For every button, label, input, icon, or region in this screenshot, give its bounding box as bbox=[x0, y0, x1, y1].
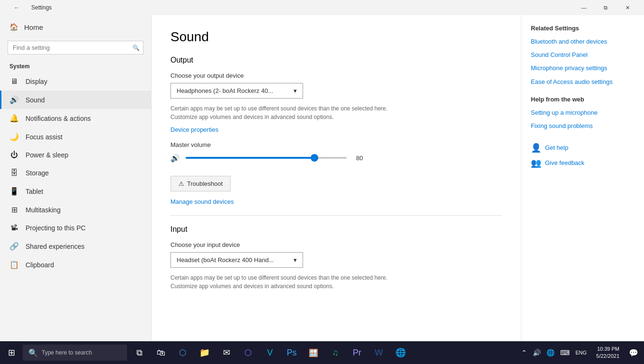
taskbar-app-ps[interactable]: Ps bbox=[281, 341, 302, 364]
sidebar-item-focus[interactable]: 🌙 Focus assist bbox=[0, 127, 151, 146]
taskbar-app-ext2[interactable]: V bbox=[259, 341, 280, 364]
input-device-dropdown[interactable]: Headset (boAt Rockerz 400 Hand... ▾ bbox=[170, 252, 303, 268]
taskbar-app-taskview[interactable]: ⧉ bbox=[129, 341, 150, 364]
clock-date: 5/22/2021 bbox=[596, 353, 619, 360]
manage-sound-link[interactable]: Manage sound devices bbox=[170, 198, 234, 205]
main-content: Sound Output Choose your output device H… bbox=[152, 15, 521, 341]
sidebar-section-label: System bbox=[0, 60, 151, 73]
taskbar-app-spotify[interactable]: ♫ bbox=[325, 341, 346, 364]
sidebar-item-tablet[interactable]: 📱 Tablet bbox=[0, 182, 151, 200]
related-link-bluetooth[interactable]: Bluetooth and other devices bbox=[531, 37, 635, 46]
chrome-icon: 🌐 bbox=[395, 347, 406, 358]
tray-lang-label[interactable]: ENG bbox=[573, 348, 589, 357]
input-device-value: Headset (boAt Rockerz 400 Hand... bbox=[177, 256, 274, 264]
windows-icon: ⊞ bbox=[8, 347, 15, 358]
sidebar-item-label-multitasking: Multitasking bbox=[26, 206, 61, 214]
sidebar-item-notifications[interactable]: 🔔 Notifications & actions bbox=[0, 109, 151, 127]
sidebar-item-sound[interactable]: 🔊 Sound bbox=[0, 91, 151, 109]
taskbar-app-edge[interactable]: ⬡ bbox=[172, 341, 193, 364]
taskbar-search[interactable]: 🔍 Type here to search bbox=[23, 345, 127, 361]
volume-slider[interactable] bbox=[186, 153, 347, 163]
sidebar-item-projecting[interactable]: 📽 Projecting to this PC bbox=[0, 219, 151, 237]
volume-icon: 🔊 bbox=[170, 154, 180, 163]
tray-arrow-icon[interactable]: ⌃ bbox=[519, 347, 529, 358]
related-link-ease-access[interactable]: Ease of Access audio settings bbox=[531, 78, 635, 86]
word-icon: W bbox=[375, 348, 383, 358]
volume-thumb[interactable] bbox=[311, 154, 318, 162]
help-link-microphone-setup[interactable]: Setting up a microphone bbox=[531, 109, 635, 117]
taskbar-app-word[interactable]: W bbox=[368, 341, 389, 364]
home-label: Home bbox=[24, 23, 43, 31]
help-link-sound-problems[interactable]: Fixing sound problems bbox=[531, 122, 635, 130]
sidebar-item-label-tablet: Tablet bbox=[26, 188, 43, 195]
notification-icon: 💬 bbox=[629, 348, 638, 357]
clipboard-icon: 📋 bbox=[9, 260, 19, 269]
back-button[interactable]: ← bbox=[6, 0, 27, 15]
troubleshoot-button[interactable]: ⚠ Troubleshoot bbox=[170, 176, 231, 191]
tray-network-icon[interactable]: 🌐 bbox=[545, 347, 556, 358]
maximize-button[interactable]: ⧉ bbox=[595, 0, 617, 15]
home-icon: 🏠 bbox=[9, 23, 18, 31]
volume-track bbox=[186, 157, 347, 159]
sidebar-item-label-display: Display bbox=[26, 78, 47, 85]
taskbar-app-store[interactable]: 🛍 bbox=[151, 341, 171, 364]
focus-icon: 🌙 bbox=[9, 132, 19, 141]
output-section-title: Output bbox=[170, 56, 502, 64]
storage-icon: 🗄 bbox=[9, 169, 19, 177]
projecting-icon: 📽 bbox=[9, 224, 19, 232]
titlebar: ← Settings — ⧉ ✕ bbox=[0, 0, 644, 15]
volume-value: 80 bbox=[356, 155, 363, 162]
sidebar-item-clipboard[interactable]: 📋 Clipboard bbox=[0, 255, 151, 274]
input-device-label: Choose your input device bbox=[170, 241, 502, 248]
troubleshoot-label: Troubleshoot bbox=[187, 180, 223, 187]
get-help-icon: 👤 bbox=[531, 143, 541, 153]
taskbar-clock[interactable]: 10:39 PM 5/22/2021 bbox=[592, 346, 623, 360]
app2-icon: V bbox=[267, 348, 273, 358]
taskbar-app-ext1[interactable]: ⬡ bbox=[238, 341, 259, 364]
related-link-microphone[interactable]: Microphone privacy settings bbox=[531, 64, 635, 73]
output-hint-text: Certain apps may be set up to use differ… bbox=[170, 104, 398, 121]
sidebar: 🏠 Home 🔍 System 🖥 Display 🔊 Sound 🔔 Noti… bbox=[0, 15, 152, 341]
taskbar-app-explorer[interactable]: 📁 bbox=[194, 341, 215, 364]
volume-label: Master volume bbox=[170, 141, 502, 148]
shared-icon: 🔗 bbox=[9, 242, 19, 251]
titlebar-left: ← Settings bbox=[6, 0, 52, 15]
get-help-link[interactable]: Get help bbox=[545, 144, 568, 152]
sidebar-item-power[interactable]: ⏻ Power & sleep bbox=[0, 146, 151, 164]
output-device-dropdown[interactable]: Headphones (2- boAt Rockerz 40... ▾ bbox=[170, 83, 303, 99]
taskbar-app-mail[interactable]: ✉ bbox=[216, 341, 237, 364]
search-input[interactable] bbox=[8, 41, 143, 55]
spotify-icon: ♫ bbox=[332, 348, 339, 358]
ms-icon: 🪟 bbox=[309, 348, 318, 357]
close-button[interactable]: ✕ bbox=[617, 0, 638, 15]
device-properties-link[interactable]: Device properties bbox=[170, 126, 218, 133]
sidebar-home-button[interactable]: 🏠 Home bbox=[0, 15, 151, 39]
edge-icon: ⬡ bbox=[179, 347, 187, 358]
section-divider bbox=[170, 215, 502, 216]
sidebar-item-display[interactable]: 🖥 Display bbox=[0, 73, 151, 91]
ps-icon: Ps bbox=[286, 348, 296, 358]
give-feedback-icon: 👥 bbox=[531, 158, 541, 168]
give-feedback-row[interactable]: 👥 Give feedback bbox=[531, 158, 635, 168]
app-body: 🏠 Home 🔍 System 🖥 Display 🔊 Sound 🔔 Noti… bbox=[0, 15, 644, 341]
get-help-row[interactable]: 👤 Get help bbox=[531, 143, 635, 153]
page-title: Sound bbox=[170, 29, 502, 45]
related-link-sound-panel[interactable]: Sound Control Panel bbox=[531, 51, 635, 59]
taskbar-app-ms[interactable]: 🪟 bbox=[303, 341, 324, 364]
tray-keyboard-icon[interactable]: ⌨ bbox=[558, 347, 572, 358]
minimize-button[interactable]: — bbox=[573, 0, 595, 15]
sidebar-item-shared[interactable]: 🔗 Shared experiences bbox=[0, 237, 151, 255]
titlebar-title: Settings bbox=[31, 4, 52, 11]
notification-center-button[interactable]: 💬 bbox=[623, 341, 644, 364]
give-feedback-link[interactable]: Give feedback bbox=[545, 159, 584, 167]
taskbar-app-pr[interactable]: Pr bbox=[347, 341, 367, 364]
clock-time: 10:39 PM bbox=[596, 346, 619, 353]
multitasking-icon: ⊞ bbox=[9, 205, 19, 214]
sidebar-item-storage[interactable]: 🗄 Storage bbox=[0, 164, 151, 182]
sidebar-item-multitasking[interactable]: ⊞ Multitasking bbox=[0, 200, 151, 219]
explorer-icon: 📁 bbox=[199, 347, 210, 358]
tray-volume-icon[interactable]: 🔊 bbox=[531, 347, 543, 358]
start-button[interactable]: ⊞ bbox=[0, 341, 23, 364]
taskbar-app-chrome[interactable]: 🌐 bbox=[390, 341, 411, 364]
titlebar-controls: — ⧉ ✕ bbox=[573, 0, 638, 15]
